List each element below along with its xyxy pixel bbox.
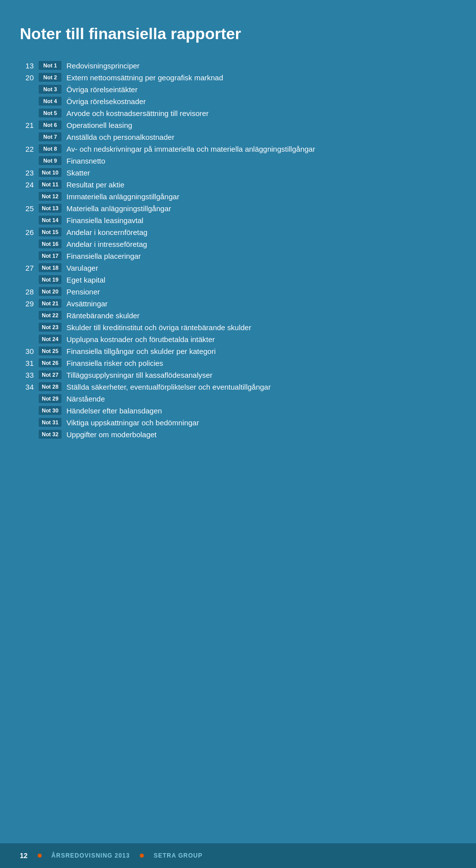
note-row: 00Not 22Räntebärande skulder [20, 311, 456, 320]
note-page-number: 34 [20, 383, 34, 391]
note-row: 00Not 32Uppgifter om moderbolaget [20, 430, 456, 439]
note-page-number: 21 [20, 121, 34, 129]
note-row: 00Not 29Närstående [20, 394, 456, 403]
note-row: 28Not 20Pensioner [20, 287, 456, 296]
note-description: Operationell leasing [66, 121, 132, 129]
note-badge: Not 2 [39, 73, 61, 82]
note-badge: Not 12 [39, 192, 61, 201]
note-row: 30Not 25Finansiella tillgångar och skuld… [20, 347, 456, 355]
note-row: 00Not 31Viktiga uppskattningar och bedöm… [20, 418, 456, 427]
note-row: 22Not 8Av- och nedskrivningar på immater… [20, 144, 456, 153]
note-badge: Not 22 [39, 311, 61, 320]
note-description: Extern nettoomsättning per geografisk ma… [66, 73, 223, 82]
note-badge: Not 14 [39, 216, 61, 225]
note-badge: Not 3 [39, 85, 61, 94]
note-row: 00Not 24Upplupna kostnader och förutbeta… [20, 335, 456, 344]
note-badge: Not 6 [39, 120, 61, 129]
note-row: 00Not 7Anställda och personalkostnader [20, 132, 456, 141]
note-page-number: 25 [20, 204, 34, 213]
note-page-number: 23 [20, 169, 34, 177]
note-description: Resultat per aktie [66, 180, 124, 189]
note-description: Uppgifter om moderbolaget [66, 430, 157, 439]
note-badge: Not 8 [39, 144, 61, 153]
footer-year: ÅRSREDOVISNING 2013 [52, 852, 130, 859]
footer-dot-1 [38, 854, 42, 858]
note-badge: Not 5 [39, 109, 61, 117]
note-page-number: 27 [20, 264, 34, 272]
note-description: Andelar i koncernföretag [66, 228, 147, 236]
note-description: Skulder till kreditinstitut och övriga r… [66, 323, 251, 332]
note-page-number: 26 [20, 228, 34, 236]
note-badge: Not 7 [39, 132, 61, 141]
note-page-number: 22 [20, 145, 34, 153]
note-description: Varulager [66, 264, 98, 272]
note-badge: Not 1 [39, 61, 61, 70]
note-badge: Not 17 [39, 251, 61, 260]
note-description: Händelser efter balansdagen [66, 406, 162, 415]
note-badge: Not 11 [39, 180, 61, 189]
note-description: Övriga rörelseintäkter [66, 85, 137, 94]
note-page-number: 20 [20, 73, 34, 82]
note-description: Pensioner [66, 288, 100, 296]
note-badge: Not 32 [39, 430, 61, 439]
footer: 12 ÅRSREDOVISNING 2013 SETRA GROUP [0, 843, 476, 868]
note-description: Redovisningsprinciper [66, 61, 140, 70]
note-description: Avsättningar [66, 299, 108, 308]
note-badge: Not 16 [39, 239, 61, 248]
page-title: Noter till finansiella rapporter [20, 25, 456, 43]
note-row: 00Not 23Skulder till kreditinstitut och … [20, 323, 456, 332]
footer-page-number: 12 [20, 852, 28, 860]
note-row: 24Not 11Resultat per aktie [20, 180, 456, 189]
note-badge: Not 28 [39, 382, 61, 391]
note-badge: Not 25 [39, 347, 61, 355]
note-row: 20Not 2Extern nettoomsättning per geogra… [20, 73, 456, 82]
note-row: 33Not 27Tilläggsupplysningar till kassaf… [20, 370, 456, 379]
note-row: 00Not 4Övriga rörelsekostnader [20, 97, 456, 106]
note-row: 00Not 14Finansiella leasingavtal [20, 216, 456, 225]
note-row: 00Not 30Händelser efter balansdagen [20, 406, 456, 415]
note-page-number: 31 [20, 359, 34, 367]
note-row: 00Not 5Arvode och kostnadsersättning til… [20, 109, 456, 117]
note-badge: Not 31 [39, 418, 61, 427]
note-badge: Not 27 [39, 370, 61, 379]
note-row: 21Not 6Operationell leasing [20, 120, 456, 129]
note-description: Skatter [66, 169, 90, 177]
note-description: Finansiella risker och policies [66, 359, 163, 367]
note-page-number: 33 [20, 371, 34, 379]
note-description: Ställda säkerheter, eventualförpliktelse… [66, 383, 271, 391]
page-content: Noter till finansiella rapporter 13Not 1… [0, 0, 476, 478]
note-badge: Not 18 [39, 263, 61, 272]
note-badge: Not 4 [39, 97, 61, 106]
footer-dot-2 [140, 854, 144, 858]
note-description: Materiella anläggningstillgångar [66, 204, 171, 213]
note-description: Tilläggsupplysningar till kassaflödesana… [66, 371, 213, 379]
note-row: 29Not 21Avsättningar [20, 299, 456, 308]
note-description: Finansiella tillgångar och skulder per k… [66, 347, 216, 355]
note-description: Räntebärande skulder [66, 311, 140, 320]
note-page-number: 24 [20, 180, 34, 189]
note-row: 27Not 18Varulager [20, 263, 456, 272]
note-row: 00Not 12Immateriella anläggningstillgång… [20, 192, 456, 201]
note-row: 25Not 13Materiella anläggningstillgångar [20, 204, 456, 213]
note-row: 13Not 1Redovisningsprinciper [20, 61, 456, 70]
note-badge: Not 23 [39, 323, 61, 332]
note-badge: Not 26 [39, 358, 61, 367]
note-row: 34Not 28Ställda säkerheter, eventualförp… [20, 382, 456, 391]
note-badge: Not 10 [39, 168, 61, 177]
note-row: 00Not 17Finansiella placeringar [20, 251, 456, 260]
note-description: Anställda och personalkostnader [66, 133, 175, 141]
note-description: Finansnetto [66, 157, 105, 165]
note-badge: Not 29 [39, 394, 61, 403]
note-page-number: 30 [20, 347, 34, 355]
note-badge: Not 20 [39, 287, 61, 296]
note-badge: Not 24 [39, 335, 61, 344]
footer-company: SETRA GROUP [154, 852, 203, 859]
note-row: 31Not 26Finansiella risker och policies [20, 358, 456, 367]
note-row: 00Not 19Eget kapital [20, 275, 456, 284]
note-description: Närstående [66, 395, 105, 403]
note-badge: Not 21 [39, 299, 61, 308]
note-description: Övriga rörelsekostnader [66, 97, 146, 106]
note-badge: Not 15 [39, 228, 61, 236]
note-description: Av- och nedskrivningar på immateriella o… [66, 145, 315, 153]
note-row: 00Not 16Andelar i intresseföretag [20, 239, 456, 248]
